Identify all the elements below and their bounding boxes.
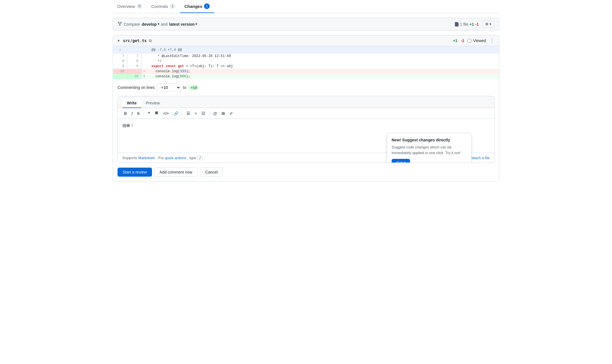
code-block-button[interactable] [153, 110, 160, 117]
settings-chevron: ▾ [490, 22, 491, 26]
diff-line-10-add: 10 + console.log(666); [113, 74, 499, 79]
line-new-9: 9 [127, 64, 141, 69]
line-old-10: 10 [113, 69, 127, 74]
line-content-7: * @LastEditTime: 2022-05-28 12:51:49 [147, 54, 499, 59]
diff-line-8: 8 8 */ [113, 59, 499, 64]
commenting-on-lines: Commenting on lines +10 to +10 [118, 84, 494, 91]
diff-filename: src/get.ts [123, 38, 147, 43]
line-content-10-add: console.log(666); [147, 74, 499, 79]
pr-tabs: Overview 0 Commits 1 Changes 1 [113, 0, 499, 13]
diff-header: ▾ src/get.ts ⧉ +1 -1 Viewed ⋮ [113, 35, 499, 46]
branch-right-chevron: ▾ [196, 22, 197, 26]
line-new-7: 7 [127, 54, 141, 59]
hunk-header-row: ↕ @@ -7,4 +7,4 @@ [113, 46, 499, 54]
hunk-expand-left: ↕ [113, 46, 127, 54]
tooltip-title: New! Suggest changes directly [392, 138, 467, 142]
numbered-list-button[interactable]: ≡ [193, 110, 199, 117]
editor-toolbar: B I S ❝ </> 🔗 ☰ ≡ ☑ @ ⊞ [118, 108, 494, 119]
line-sign-7 [141, 54, 147, 59]
tab-overview[interactable]: Overview 0 [113, 0, 147, 13]
strikethrough-button[interactable]: S [135, 110, 141, 117]
table-button[interactable]: ⊞ [220, 110, 227, 117]
slash-badge: / [198, 155, 203, 160]
hunk-header-text: @@ -7,4 +7,4 @@ [147, 46, 499, 54]
settings-icon: ⚙ [485, 22, 489, 26]
tooltip-body: Suggest code changes which can be immedi… [392, 144, 467, 155]
diff-deletions: -1 [461, 38, 464, 43]
tooltip-popup: New! Suggest changes directly Suggest co… [387, 133, 472, 163]
line-new-10-empty [127, 69, 141, 74]
quick-actions-link[interactable]: quick actions [165, 156, 186, 160]
italic-button[interactable]: I [130, 110, 134, 117]
editor-tab-write[interactable]: Write [122, 98, 141, 108]
line-new-10: 10 [127, 74, 141, 79]
line-content-10-del: console.log(333); [147, 69, 499, 74]
bullet-list-button[interactable]: ☰ [185, 110, 192, 117]
line-content-8: */ [147, 59, 499, 64]
editor-tab-preview[interactable]: Preview [141, 98, 164, 108]
bold-button[interactable]: B [122, 110, 129, 117]
action-buttons: Start a review Add comment now Cancel [118, 167, 494, 177]
to-label: to [183, 85, 186, 90]
line-sign-10-add: + [141, 74, 147, 79]
viewed-label: Viewed [473, 38, 486, 43]
viewed-checkbox[interactable]: Viewed [468, 38, 486, 43]
compare-label: Compare [124, 22, 140, 27]
line-old-8: 8 [113, 59, 127, 64]
quote-button[interactable]: ❝ [146, 110, 152, 117]
tab-overview-label: Overview [117, 4, 135, 9]
from-line-select[interactable]: +10 [157, 84, 181, 91]
diff-table: ↕ @@ -7,4 +7,4 @@ 7 7 * @LastEditTime: 2… [113, 46, 499, 79]
commenting-label: Commenting on lines [118, 85, 155, 90]
compare-bar: Compare develop ▾ and latest version ▾ 1… [113, 18, 499, 30]
diff-line-7: 7 7 * @LastEditTime: 2022-05-28 12:51:49 [113, 54, 499, 59]
line-sign-8 [141, 59, 147, 64]
start-review-button[interactable]: Start a review [118, 168, 152, 177]
tab-changes-badge: 1 [204, 3, 210, 9]
line-old-9: 9 [113, 64, 127, 69]
line-new-8: 8 [127, 59, 141, 64]
link-button[interactable]: 🔗 [172, 110, 180, 117]
settings-button[interactable]: ⚙ ▾ [482, 20, 494, 28]
cancel-button[interactable]: Cancel [200, 167, 223, 177]
hunk-expand-right [127, 46, 141, 54]
editor-tabs: Write Preview [118, 96, 494, 108]
line-content-9: export const get = <T>(obj: T): T => obj [147, 64, 499, 69]
markdown-link[interactable]: Markdown [138, 156, 155, 160]
line-old-10-empty [113, 74, 127, 79]
branch-left-chevron: ▾ [158, 22, 159, 26]
line-old-7: 7 [113, 54, 127, 59]
footer-left: Supports Markdown . For quick actions , … [122, 155, 205, 160]
expand-button[interactable]: ⤢ [228, 110, 235, 117]
copy-path-icon[interactable]: ⧉ [149, 38, 152, 43]
toolbar-divider-2 [182, 111, 183, 116]
inline-code-button[interactable]: </> [161, 110, 170, 117]
diff-block: ▾ src/get.ts ⧉ +1 -1 Viewed ⋮ ↕ [113, 35, 499, 182]
tab-commits[interactable]: Commits 1 [147, 0, 180, 13]
task-list-button[interactable]: ☑ [200, 110, 207, 117]
add-comment-button[interactable]: Add comment now [154, 167, 198, 177]
more-options-button[interactable]: ⋮ [489, 38, 494, 44]
tab-commits-badge: 1 [170, 3, 175, 9]
to-line-badge: +10 [188, 85, 199, 90]
diff-line-10-del: 10 − console.log(333); [113, 69, 499, 74]
mention-button[interactable]: @ [212, 110, 219, 117]
diff-additions: +1 [453, 38, 457, 43]
tab-changes[interactable]: Changes 1 [180, 0, 214, 13]
compare-and: and [161, 22, 168, 27]
attach-file-label: Attach a file [470, 156, 490, 160]
editor-container: Write Preview B I S ❝ </> 🔗 ☰ ≡ [118, 96, 494, 163]
line-sign-9 [141, 64, 147, 69]
tab-overview-badge: 0 [137, 3, 142, 9]
line-sign-10-del: − [141, 69, 147, 74]
collapse-icon[interactable]: ▾ [118, 38, 120, 43]
diff-line-9: 9 9 export const get = <T>(obj: T): T =>… [113, 64, 499, 69]
viewed-input[interactable] [468, 39, 471, 43]
got-it-button[interactable]: Got it [392, 159, 410, 163]
toolbar-divider-1 [144, 111, 144, 116]
compare-branch-left[interactable]: develop ▾ [142, 22, 159, 27]
tab-commits-label: Commits [151, 4, 168, 9]
hunk-sign [141, 46, 147, 54]
compare-icon [118, 21, 122, 27]
compare-branch-right[interactable]: latest version ▾ [169, 22, 197, 27]
